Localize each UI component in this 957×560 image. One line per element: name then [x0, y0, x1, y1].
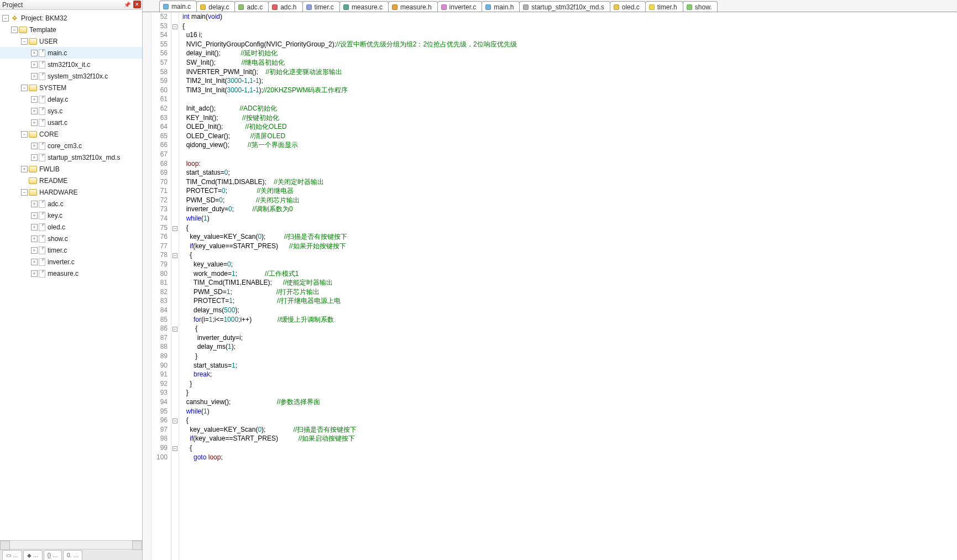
fold-toggle-icon[interactable]: − — [172, 226, 177, 231]
expand-icon[interactable]: + — [31, 224, 38, 231]
expand-icon[interactable]: + — [31, 259, 38, 265]
fold-gutter[interactable]: −−−−−− — [171, 12, 179, 560]
tree-file[interactable]: +adc.c — [0, 198, 142, 210]
expand-icon[interactable]: + — [31, 235, 38, 242]
code-line[interactable]: key_value=KEY_Scan(0); //扫描是否有按键按下 — [182, 232, 957, 242]
code-line[interactable]: OLED_Init(); //初始化OLED — [182, 122, 957, 132]
tree-file[interactable]: +key.c — [0, 210, 142, 221]
editor-tab[interactable]: measure.c — [339, 1, 389, 12]
code-line[interactable]: TIM_Cmd(TIM1,ENABLE); //使能定时器输出 — [182, 278, 957, 287]
bottom-tab[interactable]: ◆ … — [23, 550, 43, 560]
editor-tab[interactable]: adc.c — [234, 1, 269, 12]
expand-icon[interactable]: − — [2, 15, 9, 22]
expand-icon[interactable]: − — [11, 27, 18, 33]
expand-icon[interactable]: + — [31, 143, 38, 149]
code-line[interactable]: if(key_value==START_PRES) //如果启动按键按下 — [182, 434, 957, 443]
code-line[interactable]: TIM3_Int_Init(3000-1,1-1);//20KHZSPWM码表工… — [182, 86, 957, 95]
code-line[interactable]: } — [182, 352, 957, 361]
tree-template[interactable]: −Template — [0, 24, 142, 35]
expand-icon[interactable]: + — [31, 119, 38, 126]
tree-group-user[interactable]: −USER — [0, 35, 142, 47]
editor-tab[interactable]: adc.h — [268, 1, 302, 12]
tree-file[interactable]: +measure.c — [0, 268, 142, 279]
code-line[interactable]: u16 i; — [182, 30, 957, 40]
editor-tab[interactable]: measure.h — [388, 1, 438, 12]
code-line[interactable]: { — [182, 443, 957, 453]
tree-group-readme[interactable]: README — [0, 175, 142, 186]
code-line[interactable]: Init_adc(); //ADC初始化 — [182, 104, 957, 113]
tree-group-fwlib[interactable]: +FWLIB — [0, 163, 142, 175]
code-line[interactable]: work_mode=1; //工作模式1 — [182, 269, 957, 279]
expand-icon[interactable]: + — [31, 212, 38, 219]
code-line[interactable]: { — [182, 250, 957, 260]
code-line[interactable]: TIM2_Int_Init(3000-1,1-1); — [182, 76, 957, 86]
code-line[interactable] — [182, 150, 957, 159]
fold-toggle-icon[interactable]: − — [172, 24, 177, 29]
bottom-tab[interactable]: {} … — [44, 550, 62, 560]
code-line[interactable]: { — [182, 22, 957, 31]
tree-file[interactable]: +usart.c — [0, 117, 142, 128]
code-line[interactable]: { — [182, 324, 957, 333]
tree-file[interactable]: +inverter.c — [0, 256, 142, 268]
tree-file[interactable]: +timer.c — [0, 244, 142, 256]
code-line[interactable]: delay_ms(500); — [182, 306, 957, 315]
code-line[interactable]: } — [182, 379, 957, 389]
code-line[interactable]: KEY_Init(); //按键初始化 — [182, 113, 957, 123]
editor-tab[interactable]: delay.c — [196, 1, 235, 12]
code-line[interactable]: OLED_Clear(); //清屏OLED — [182, 132, 957, 141]
fold-toggle-icon[interactable]: − — [172, 418, 177, 423]
expand-icon[interactable]: + — [31, 73, 38, 80]
bottom-tab[interactable]: ▭ … — [2, 550, 22, 560]
horizontal-scrollbar[interactable] — [0, 540, 142, 549]
code-line[interactable]: goto loop; — [182, 453, 957, 462]
expand-icon[interactable]: + — [31, 270, 38, 277]
code-line[interactable]: break; — [182, 370, 957, 379]
pin-icon[interactable]: 📌 — [123, 1, 131, 8]
expand-icon[interactable]: + — [31, 61, 38, 68]
fold-toggle-icon[interactable]: − — [172, 446, 177, 451]
code-line[interactable]: loop: — [182, 159, 957, 169]
close-icon[interactable]: ✕ — [133, 1, 141, 8]
code-line[interactable]: inverter_duty=i; — [182, 333, 957, 343]
code-content[interactable]: int main(void){ u16 i; NVIC_PriorityGrou… — [179, 12, 957, 560]
expand-icon[interactable]: − — [21, 131, 28, 138]
expand-icon[interactable]: + — [31, 108, 38, 114]
code-line[interactable]: SW_Init(); //继电器初始化 — [182, 58, 957, 67]
code-line[interactable]: PWM_SD=0; //关闭芯片输出 — [182, 196, 957, 205]
bottom-tab[interactable]: 0. … — [63, 550, 82, 560]
tree-group-core[interactable]: −CORE — [0, 128, 142, 140]
code-line[interactable]: TIM_Cmd(TIM1,DISABLE); //关闭定时器输出 — [182, 177, 957, 187]
editor-tab[interactable]: main.h — [482, 1, 520, 12]
editor-tab[interactable]: oled.c — [610, 1, 646, 12]
expand-icon[interactable]: − — [21, 189, 28, 196]
expand-icon[interactable]: − — [21, 38, 28, 45]
code-line[interactable]: qidong_view(); //第一个界面显示 — [182, 140, 957, 150]
code-line[interactable]: int main(void) — [182, 12, 957, 22]
fold-toggle-icon[interactable]: − — [172, 253, 177, 258]
tree-file[interactable]: +delay.c — [0, 93, 142, 105]
tree-file[interactable]: +sys.c — [0, 105, 142, 117]
code-line[interactable]: while(1) — [182, 214, 957, 223]
editor-tab[interactable]: timer.h — [645, 1, 683, 12]
tree-file[interactable]: +startup_stm32f10x_md.s — [0, 151, 142, 163]
expand-icon[interactable]: + — [31, 154, 38, 161]
tree-file[interactable]: +core_cm3.c — [0, 140, 142, 151]
tree-file[interactable]: +show.c — [0, 233, 142, 244]
code-line[interactable]: start_status=1; — [182, 361, 957, 370]
code-line[interactable]: inverter_duty=0; //调制系数为0 — [182, 205, 957, 214]
code-line[interactable]: PWM_SD=1; //打开芯片输出 — [182, 287, 957, 297]
editor-tab[interactable]: main.c — [159, 1, 197, 12]
code-line[interactable]: while(1) — [182, 407, 957, 416]
code-line[interactable]: INVERTER_PWM_Init(); //初始化逆变驱动波形输出 — [182, 67, 957, 77]
tree-file[interactable]: +system_stm32f10x.c — [0, 70, 142, 82]
expand-icon[interactable]: + — [31, 50, 38, 56]
code-line[interactable] — [182, 95, 957, 104]
editor-tab[interactable]: show. — [683, 1, 718, 12]
code-line[interactable]: PROTECT=0; //关闭继电器 — [182, 186, 957, 196]
expand-icon[interactable]: + — [21, 166, 28, 172]
code-line[interactable]: delay_ms(1); — [182, 342, 957, 352]
code-line[interactable]: } — [182, 388, 957, 397]
fold-toggle-icon[interactable]: − — [172, 327, 177, 332]
editor-tab[interactable]: timer.c — [302, 1, 340, 12]
tree-file[interactable]: +oled.c — [0, 221, 142, 233]
